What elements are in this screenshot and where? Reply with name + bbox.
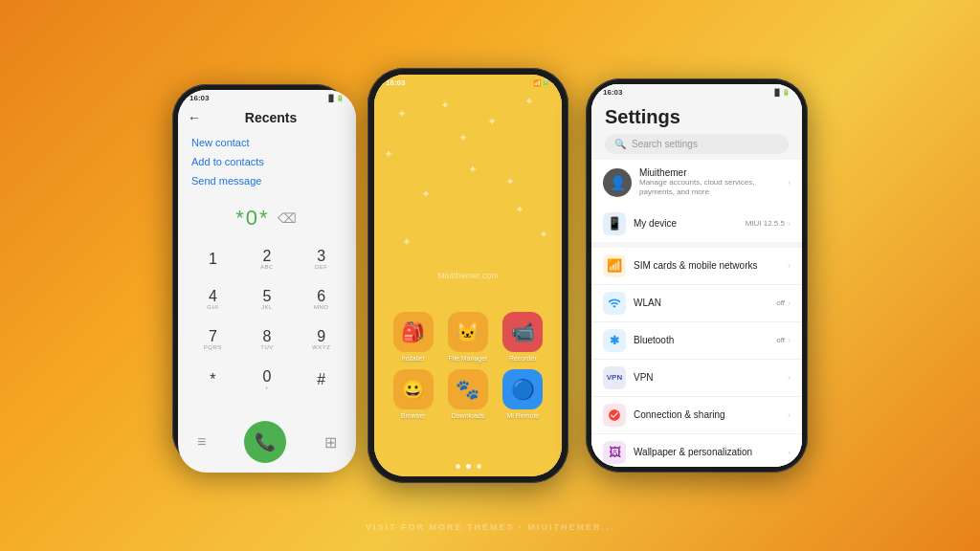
sim-chevron-icon: › (788, 261, 791, 271)
app-installer[interactable]: 🎒 Installer (390, 312, 436, 362)
device-label: My device (634, 218, 746, 229)
wallpaper-label: Wallpaper & personalization (634, 447, 788, 457)
home-watermark: Miuithemer.com (437, 271, 499, 280)
time-1: 16:03 (189, 94, 209, 102)
status-bar-2: 16:03 📶🔋 (374, 75, 562, 89)
dock-dot-3 (477, 464, 481, 469)
bluetooth-label: Bluetooth (634, 335, 776, 345)
home-screen: 16:03 📶🔋 ✦ ✦ ✦ ✦ ✦ ✦ ✦ ✦ ✦ ✦ ✦ ✦ (374, 75, 562, 476)
connection-label: Connection & sharing (634, 409, 788, 420)
recents-title: Recents (209, 110, 333, 125)
key-1[interactable]: 1 (191, 242, 234, 276)
wlan-chevron-icon: › (788, 298, 791, 308)
network-section: 📶 SIM cards & mobile networks › WLAN (591, 248, 802, 467)
phone-2: 16:03 📶🔋 ✦ ✦ ✦ ✦ ✦ ✦ ✦ ✦ ✦ ✦ ✦ ✦ (368, 68, 568, 483)
time-3: 16:03 (603, 88, 622, 97)
status-icons-3: ▐▌🔋 (772, 89, 791, 97)
connection-row[interactable]: Connection & sharing › (591, 397, 802, 434)
wallpaper-icon: 🖼 (603, 441, 626, 464)
dialer-display: *0* ⌫ (178, 192, 356, 238)
app-filemanager[interactable]: 🐱 File Manager (444, 312, 491, 362)
delete-button[interactable]: ⌫ (278, 210, 299, 226)
vpn-chevron-icon: › (788, 373, 791, 383)
user-section: 👤 Miuithemer Manage accounts, cloud serv… (591, 160, 802, 242)
dialer-bottom-bar: ≡ 📞 ⊞ (178, 413, 356, 473)
sim-row[interactable]: 📶 SIM cards & mobile networks › (591, 248, 802, 285)
bluetooth-row[interactable]: ✱ Bluetooth off › (591, 322, 802, 360)
settings-page-title: Settings (591, 99, 802, 134)
wlan-row[interactable]: WLAN off › (591, 285, 802, 322)
wallpaper-row[interactable]: 🖼 Wallpaper & personalization › (591, 434, 802, 467)
key-star[interactable]: * (191, 363, 234, 397)
key-hash[interactable]: # (301, 363, 343, 397)
call-button[interactable]: 📞 (244, 421, 286, 463)
recents-topbar: ← Recents (178, 104, 356, 131)
key-6[interactable]: 6MNO (301, 282, 343, 317)
bluetooth-chevron-icon: › (788, 336, 791, 345)
device-icon: 📱 (603, 212, 626, 235)
wlan-value: off (776, 298, 785, 307)
recents-menu: New contact Add to contacts Send message (178, 131, 356, 192)
keypad: 1 2ABC 3DEF 4GHI 5JKL 6MNO 7PQRS 8TUV 9W… (178, 238, 356, 413)
back-button[interactable]: ← (188, 110, 201, 125)
wlan-icon (603, 292, 626, 315)
vpn-icon: VPN (603, 366, 626, 389)
new-contact-button[interactable]: New contact (191, 137, 343, 148)
phone-1: 16:03 ▐▌🔋 ← Recents New contact Add to c… (172, 84, 350, 467)
wallpaper-chevron-icon: › (788, 448, 791, 457)
vpn-label: VPN (634, 372, 788, 383)
vpn-row[interactable]: VPN VPN › (591, 360, 802, 397)
app-recorder[interactable]: 📹 Recorder (500, 312, 546, 362)
status-icons-1: ▐▌🔋 (326, 95, 345, 102)
device-value: MIUI 12.5.5 (746, 219, 785, 228)
user-subtitle: Manage accounts, cloud services, payment… (639, 178, 788, 198)
visit-watermark: VISIT FOR MORE THEMES - MIUITHEMER... (366, 522, 614, 532)
phone-3: 16:03 ▐▌🔋 Settings 🔍 Search settings 👤 (586, 78, 808, 473)
device-chevron-icon: › (788, 219, 791, 229)
home-screen-content: 16:03 📶🔋 ✦ ✦ ✦ ✦ ✦ ✦ ✦ ✦ ✦ ✦ ✦ ✦ (374, 75, 562, 476)
key-0[interactable]: 0+ (246, 363, 288, 397)
key-5[interactable]: 5JKL (246, 282, 288, 317)
user-chevron-icon: › (788, 178, 791, 187)
settings-search-bar[interactable]: 🔍 Search settings (605, 134, 789, 154)
key-9[interactable]: 9WXYZ (301, 322, 343, 357)
add-to-contacts-button[interactable]: Add to contacts (191, 156, 343, 167)
user-row[interactable]: 👤 Miuithemer Manage accounts, cloud serv… (591, 160, 802, 206)
keypad-row-2: 4GHI 5JKL 6MNO (186, 282, 348, 317)
connection-chevron-icon: › (788, 410, 791, 420)
bluetooth-value: off (776, 336, 785, 344)
app-miremote[interactable]: 🔵 Mi Remote (500, 369, 546, 419)
my-device-row[interactable]: 📱 My device MIUI 12.5.5 › (591, 206, 802, 242)
dialer-number: *0* (235, 206, 269, 231)
sim-icon: 📶 (603, 254, 626, 277)
search-icon: 🔍 (614, 139, 626, 149)
keypad-row-1: 1 2ABC 3DEF (186, 242, 348, 276)
status-bar-1: 16:03 ▐▌🔋 (178, 90, 356, 104)
dock-dot-1 (456, 464, 460, 469)
status-icons-2: 📶🔋 (533, 79, 550, 87)
keypad-toggle-icon[interactable]: ⊞ (324, 433, 337, 452)
wlan-label: WLAN (634, 298, 776, 308)
home-dock (374, 464, 562, 469)
app-downloads[interactable]: 🐾 Downloads (444, 369, 491, 419)
settings-list: 👤 Miuithemer Manage accounts, cloud serv… (591, 160, 802, 467)
key-3[interactable]: 3DEF (301, 242, 343, 276)
bluetooth-icon: ✱ (603, 329, 626, 352)
menu-icon[interactable]: ≡ (197, 433, 206, 451)
app-grid: 🎒 Installer 🐱 File Manager 📹 Recorder 😀 … (374, 312, 562, 419)
app-browser[interactable]: 😀 Browser (390, 369, 436, 419)
settings-content: 16:03 ▐▌🔋 Settings 🔍 Search settings 👤 (591, 84, 802, 467)
key-7[interactable]: 7PQRS (191, 322, 234, 357)
send-message-button[interactable]: Send message (191, 175, 343, 187)
time-2: 16:03 (386, 78, 405, 87)
user-name: Miuithemer (639, 167, 788, 178)
key-2[interactable]: 2ABC (246, 242, 288, 276)
status-bar-3: 16:03 ▐▌🔋 (591, 84, 802, 99)
dialer-screen: 16:03 ▐▌🔋 ← Recents New contact Add to c… (178, 90, 356, 473)
keypad-row-3: 7PQRS 8TUV 9WXYZ (186, 322, 348, 357)
keypad-row-4: * 0+ # (186, 363, 348, 397)
user-avatar: 👤 (603, 168, 632, 197)
key-8[interactable]: 8TUV (246, 322, 288, 357)
key-4[interactable]: 4GHI (191, 282, 234, 317)
settings-screen: 16:03 ▐▌🔋 Settings 🔍 Search settings 👤 (591, 84, 802, 467)
